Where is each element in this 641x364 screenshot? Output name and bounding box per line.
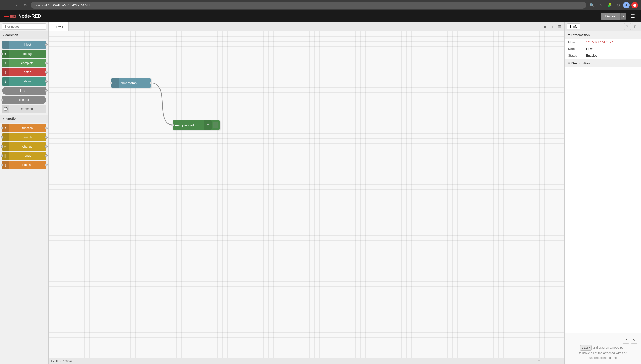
tab-add-button[interactable]: + [550,23,556,30]
sidebar-item-complete[interactable]: ! complete [2,59,46,67]
extensions-icon[interactable]: ⚙ [614,2,622,9]
sidebar-item-switch[interactable]: ↔ switch [2,133,46,141]
debug-node-body: ≡ debug [2,50,46,58]
reload-button[interactable]: ↺ [21,2,29,9]
right-panel-content: ▾ Information Flow "73554227.4474dc" Nam… [565,31,641,333]
main-layout: ▾ common → inject ≡ debug [0,22,641,364]
info-row-name: Name Flow 1 [565,46,641,52]
refresh-button[interactable]: ↺ [623,337,629,344]
timestamp-port-right [150,82,152,84]
change-node-body: ✂ change [2,142,46,151]
address-bar[interactable] [31,2,586,9]
sidebar-item-inject[interactable]: → inject [2,41,46,49]
inject-label: inject [9,43,46,46]
information-header[interactable]: ▾ Information [565,31,641,39]
template-node-body: { template [2,161,46,169]
change-label: change [9,145,46,148]
sidebar-item-template[interactable]: { template [2,161,46,169]
msgpayload-green-btn[interactable] [213,122,218,128]
inject-node-body: → inject [2,41,46,49]
catch-node-body: ! catch [2,68,46,76]
canvas[interactable]: → timestamp msg.payload ≡ [49,31,564,358]
search-input[interactable] [2,23,46,30]
deploy-button[interactable]: Deploy [601,13,620,20]
tab-actions: ▶ + ☰ [542,22,564,31]
logo-icon: — ◼◻ [4,13,16,19]
tab-flow1-label: Flow 1 [54,25,63,29]
sidebar-item-change[interactable]: ✂ change [2,142,46,151]
app-logo: — ◼◻ Node-RED [4,13,41,19]
sidebar-item-comment[interactable]: 💬 comment [2,105,46,113]
status-label: Status [568,54,583,57]
close-button[interactable]: ✕ [631,337,637,344]
edit-icon[interactable]: ✎ [624,23,631,30]
comment-icon: 💬 [2,105,9,113]
sidebar-item-catch[interactable]: ! catch [2,68,46,76]
info-tab-icon: ℹ [570,25,571,28]
status-bar: localhost:1880/# ⊡ − ○ + [49,358,564,364]
tab-flow1[interactable]: Flow 1 [49,22,69,31]
timestamp-port-left [110,82,112,84]
catch-port-right [45,71,48,74]
category-header-common[interactable]: ▾ common [0,31,48,39]
zoom-out-button[interactable]: − [543,359,548,363]
zoom-controls: ⊡ − ○ + [536,359,562,363]
sidebar-item-debug[interactable]: ≡ debug [2,50,46,58]
delete-icon[interactable]: 🗑 [632,23,638,30]
sidebar: ▾ common → inject ≡ debug [0,22,49,364]
template-port-left [1,164,3,166]
canvas-node-timestamp[interactable]: → timestamp [111,78,151,88]
msgpayload-green-btn-wrap [212,121,220,129]
app-title: Node-RED [18,14,41,19]
catch-icon: ! [2,68,9,76]
status-icon: ⌇ [2,77,9,86]
fit-view-button[interactable]: ⊡ [536,359,542,363]
description-label: Description [571,61,590,65]
browser-bar: ← → ↺ 🔍 ☆ 🧩 ⚙ A ⬤ [0,0,641,10]
info-row-status: Status Enabled [565,52,641,59]
canvas-node-msgpayload[interactable]: msg.payload ≡ [173,120,220,130]
complete-icon: ! [2,59,9,67]
catch-label: catch [9,70,46,74]
template-port-right [45,164,48,166]
help-tip: click and drag on a node port to move al… [579,345,626,360]
link-out-label: link out [2,98,46,102]
deploy-chevron[interactable]: ▾ [620,13,626,19]
name-label: Name [568,47,583,51]
description-header[interactable]: ▾ Description [565,59,641,67]
information-chevron: ▾ [568,33,570,37]
sidebar-item-link-in[interactable]: link in [2,87,46,95]
link-in-node-body: link in [2,87,46,95]
sidebar-item-range[interactable]: ⣿ range [2,152,46,160]
status-url: localhost:1880/# [51,360,72,363]
back-button[interactable]: ← [3,2,10,9]
sidebar-item-link-out[interactable]: link out [2,96,46,104]
info-tab[interactable]: ℹ info [567,23,580,29]
complete-port-right [45,62,48,64]
bottom-actions: ↺ ✕ [623,337,637,344]
app-header: — ◼◻ Node-RED Deploy ▾ ☰ [0,10,641,22]
bookmark-icon[interactable]: ☆ [597,2,604,9]
hamburger-menu[interactable]: ☰ [629,12,637,20]
tab-expand-button[interactable]: ▶ [542,23,548,30]
sidebar-item-status[interactable]: ⌇ status [2,77,46,86]
zoom-in-button[interactable]: + [556,359,562,363]
search-icon[interactable]: 🔍 [588,2,596,9]
extension-icon[interactable]: 🧩 [606,2,613,9]
category-header-function[interactable]: ▾ function [0,115,48,123]
function-port-left [1,127,3,129]
forward-button[interactable]: → [12,2,19,9]
tip-text2: to move all of the attached wires or [579,351,626,355]
tab-menu-button[interactable]: ☰ [557,23,563,30]
user-avatar[interactable]: A [623,2,630,8]
function-node-body: f function [2,124,46,132]
logo-squares: ◼◻ [10,14,16,18]
sidebar-item-function[interactable]: f function [2,124,46,132]
zoom-reset-button[interactable]: ○ [550,359,555,363]
function-label: function [9,126,46,130]
right-panel-header-icons: ✎ 🗑 [624,23,638,30]
chevron-down-icon-2: ▾ [3,117,4,120]
msgpayload-action-icon[interactable]: ≡ [204,120,212,130]
name-value: Flow 1 [586,47,595,51]
debug-label: debug [9,52,46,56]
